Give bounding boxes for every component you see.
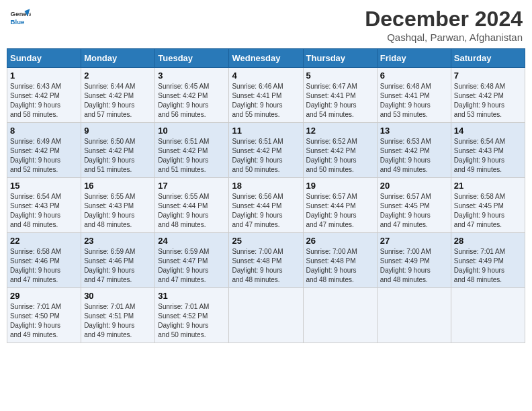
calendar-cell: 10Sunrise: 6:51 AM Sunset: 4:42 PM Dayli… xyxy=(155,123,229,178)
day-number: 10 xyxy=(158,126,226,136)
calendar-cell: 11Sunrise: 6:51 AM Sunset: 4:42 PM Dayli… xyxy=(229,123,303,178)
day-info: Sunrise: 6:55 AM Sunset: 4:43 PM Dayligh… xyxy=(84,192,152,230)
calendar-cell: 12Sunrise: 6:52 AM Sunset: 4:42 PM Dayli… xyxy=(303,123,377,178)
day-info: Sunrise: 7:01 AM Sunset: 4:50 PM Dayligh… xyxy=(10,302,78,340)
day-info: Sunrise: 6:57 AM Sunset: 4:45 PM Dayligh… xyxy=(380,192,448,230)
day-number: 9 xyxy=(84,126,152,136)
calendar-cell: 21Sunrise: 6:58 AM Sunset: 4:45 PM Dayli… xyxy=(451,178,525,233)
page-title: December 2024 xyxy=(365,7,523,32)
day-number: 26 xyxy=(306,236,374,246)
day-number: 30 xyxy=(84,291,152,301)
day-info: Sunrise: 6:59 AM Sunset: 4:47 PM Dayligh… xyxy=(158,247,226,285)
calendar-week-row: 22Sunrise: 6:58 AM Sunset: 4:46 PM Dayli… xyxy=(7,233,525,288)
calendar-week-row: 1Sunrise: 6:43 AM Sunset: 4:42 PM Daylig… xyxy=(7,68,525,123)
calendar-cell: 24Sunrise: 6:59 AM Sunset: 4:47 PM Dayli… xyxy=(155,233,229,288)
calendar-cell: 23Sunrise: 6:59 AM Sunset: 4:46 PM Dayli… xyxy=(81,233,155,288)
day-number: 31 xyxy=(158,291,226,301)
calendar-header-monday: Monday xyxy=(81,49,155,68)
day-info: Sunrise: 7:01 AM Sunset: 4:49 PM Dayligh… xyxy=(454,247,522,285)
day-number: 22 xyxy=(10,236,78,246)
day-info: Sunrise: 6:58 AM Sunset: 4:46 PM Dayligh… xyxy=(10,247,78,285)
calendar-cell: 1Sunrise: 6:43 AM Sunset: 4:42 PM Daylig… xyxy=(7,68,81,123)
day-info: Sunrise: 6:58 AM Sunset: 4:45 PM Dayligh… xyxy=(454,192,522,230)
day-info: Sunrise: 7:00 AM Sunset: 4:48 PM Dayligh… xyxy=(306,247,374,285)
calendar-cell: 30Sunrise: 7:01 AM Sunset: 4:51 PM Dayli… xyxy=(81,288,155,343)
day-info: Sunrise: 7:00 AM Sunset: 4:48 PM Dayligh… xyxy=(232,247,300,285)
day-info: Sunrise: 6:59 AM Sunset: 4:46 PM Dayligh… xyxy=(84,247,152,285)
calendar-cell: 8Sunrise: 6:49 AM Sunset: 4:42 PM Daylig… xyxy=(7,123,81,178)
day-info: Sunrise: 6:43 AM Sunset: 4:42 PM Dayligh… xyxy=(10,82,78,120)
svg-text:Blue: Blue xyxy=(11,18,25,26)
day-info: Sunrise: 6:46 AM Sunset: 4:41 PM Dayligh… xyxy=(232,82,300,120)
calendar-cell: 3Sunrise: 6:45 AM Sunset: 4:42 PM Daylig… xyxy=(155,68,229,123)
day-info: Sunrise: 6:48 AM Sunset: 4:42 PM Dayligh… xyxy=(454,82,522,120)
calendar-cell: 29Sunrise: 7:01 AM Sunset: 4:50 PM Dayli… xyxy=(7,288,81,343)
calendar-cell: 2Sunrise: 6:44 AM Sunset: 4:42 PM Daylig… xyxy=(81,68,155,123)
calendar-week-row: 15Sunrise: 6:54 AM Sunset: 4:43 PM Dayli… xyxy=(7,178,525,233)
day-info: Sunrise: 7:00 AM Sunset: 4:49 PM Dayligh… xyxy=(380,247,448,285)
calendar-week-row: 8Sunrise: 6:49 AM Sunset: 4:42 PM Daylig… xyxy=(7,123,525,178)
page-header: General Blue December 2024 Qashqal, Parw… xyxy=(7,7,525,43)
day-info: Sunrise: 6:51 AM Sunset: 4:42 PM Dayligh… xyxy=(158,137,226,175)
day-number: 16 xyxy=(84,181,152,191)
day-number: 2 xyxy=(84,71,152,81)
day-number: 24 xyxy=(158,236,226,246)
calendar-cell: 5Sunrise: 6:47 AM Sunset: 4:41 PM Daylig… xyxy=(303,68,377,123)
calendar-cell: 31Sunrise: 7:01 AM Sunset: 4:52 PM Dayli… xyxy=(155,288,229,343)
calendar-cell: 13Sunrise: 6:53 AM Sunset: 4:42 PM Dayli… xyxy=(377,123,451,178)
calendar-cell xyxy=(377,288,451,343)
day-number: 12 xyxy=(306,126,374,136)
day-info: Sunrise: 6:45 AM Sunset: 4:42 PM Dayligh… xyxy=(158,82,226,120)
calendar-cell: 14Sunrise: 6:54 AM Sunset: 4:43 PM Dayli… xyxy=(451,123,525,178)
day-info: Sunrise: 6:47 AM Sunset: 4:41 PM Dayligh… xyxy=(306,82,374,120)
calendar-cell xyxy=(229,288,303,343)
calendar-cell: 26Sunrise: 7:00 AM Sunset: 4:48 PM Dayli… xyxy=(303,233,377,288)
calendar-cell: 20Sunrise: 6:57 AM Sunset: 4:45 PM Dayli… xyxy=(377,178,451,233)
day-info: Sunrise: 6:49 AM Sunset: 4:42 PM Dayligh… xyxy=(10,137,78,175)
calendar-cell: 28Sunrise: 7:01 AM Sunset: 4:49 PM Dayli… xyxy=(451,233,525,288)
title-area: December 2024 Qashqal, Parwan, Afghanist… xyxy=(365,7,523,43)
calendar-header-sunday: Sunday xyxy=(7,49,81,68)
calendar-table: SundayMondayTuesdayWednesdayThursdayFrid… xyxy=(7,48,525,343)
day-info: Sunrise: 7:01 AM Sunset: 4:51 PM Dayligh… xyxy=(84,302,152,340)
day-number: 4 xyxy=(232,71,300,81)
day-number: 8 xyxy=(10,126,78,136)
calendar-cell: 7Sunrise: 6:48 AM Sunset: 4:42 PM Daylig… xyxy=(451,68,525,123)
day-number: 15 xyxy=(10,181,78,191)
day-number: 1 xyxy=(10,71,78,81)
day-number: 5 xyxy=(306,71,374,81)
calendar-header-row: SundayMondayTuesdayWednesdayThursdayFrid… xyxy=(7,49,525,68)
calendar-cell: 9Sunrise: 6:50 AM Sunset: 4:42 PM Daylig… xyxy=(81,123,155,178)
day-info: Sunrise: 6:48 AM Sunset: 4:41 PM Dayligh… xyxy=(380,82,448,120)
calendar-header-saturday: Saturday xyxy=(451,49,525,68)
calendar-cell: 17Sunrise: 6:55 AM Sunset: 4:44 PM Dayli… xyxy=(155,178,229,233)
day-info: Sunrise: 6:54 AM Sunset: 4:43 PM Dayligh… xyxy=(454,137,522,175)
day-info: Sunrise: 6:54 AM Sunset: 4:43 PM Dayligh… xyxy=(10,192,78,230)
logo-icon: General Blue xyxy=(9,7,31,28)
day-number: 20 xyxy=(380,181,448,191)
day-info: Sunrise: 7:01 AM Sunset: 4:52 PM Dayligh… xyxy=(158,302,226,340)
calendar-cell: 27Sunrise: 7:00 AM Sunset: 4:49 PM Dayli… xyxy=(377,233,451,288)
day-info: Sunrise: 6:53 AM Sunset: 4:42 PM Dayligh… xyxy=(380,137,448,175)
day-number: 11 xyxy=(232,126,300,136)
day-number: 3 xyxy=(158,71,226,81)
day-info: Sunrise: 6:50 AM Sunset: 4:42 PM Dayligh… xyxy=(84,137,152,175)
day-number: 21 xyxy=(454,181,522,191)
day-info: Sunrise: 6:44 AM Sunset: 4:42 PM Dayligh… xyxy=(84,82,152,120)
day-number: 25 xyxy=(232,236,300,246)
day-number: 19 xyxy=(306,181,374,191)
page-subtitle: Qashqal, Parwan, Afghanistan xyxy=(365,32,523,43)
day-info: Sunrise: 6:57 AM Sunset: 4:44 PM Dayligh… xyxy=(306,192,374,230)
day-number: 6 xyxy=(380,71,448,81)
logo: General Blue xyxy=(9,7,31,28)
day-number: 28 xyxy=(454,236,522,246)
calendar-header-thursday: Thursday xyxy=(303,49,377,68)
calendar-cell: 22Sunrise: 6:58 AM Sunset: 4:46 PM Dayli… xyxy=(7,233,81,288)
day-info: Sunrise: 6:56 AM Sunset: 4:44 PM Dayligh… xyxy=(232,192,300,230)
day-number: 14 xyxy=(454,126,522,136)
day-number: 13 xyxy=(380,126,448,136)
calendar-cell: 6Sunrise: 6:48 AM Sunset: 4:41 PM Daylig… xyxy=(377,68,451,123)
calendar-header-wednesday: Wednesday xyxy=(229,49,303,68)
calendar-cell: 19Sunrise: 6:57 AM Sunset: 4:44 PM Dayli… xyxy=(303,178,377,233)
day-number: 17 xyxy=(158,181,226,191)
